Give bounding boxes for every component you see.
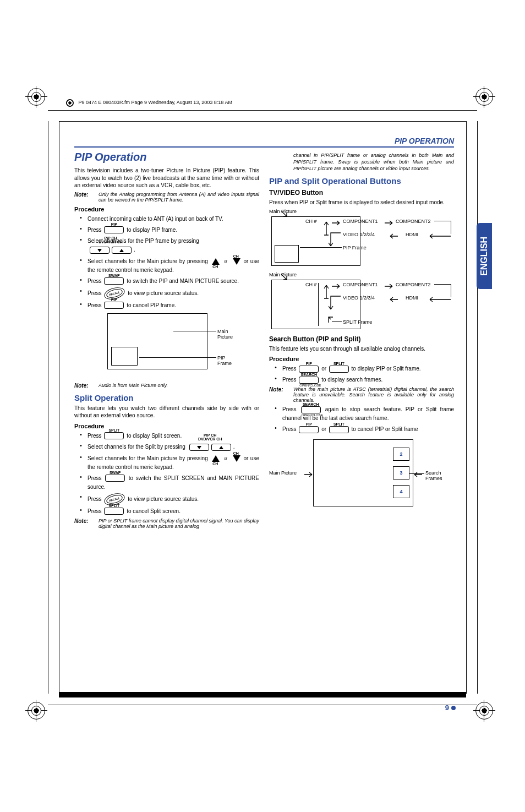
note-continued: channel in PIP/SPLIT frame or analog cha… (293, 152, 454, 172)
step-select-pip-ch: Select channels for the PIP frame by pre… (88, 237, 259, 255)
search-button[interactable]: SEARCHOPEN/CLOSE (301, 406, 321, 413)
note-audio: Note: Audio is from Main Picture only. (74, 383, 259, 389)
note-digital: Note: PIP or SPLIT frame cannot display … (74, 518, 259, 529)
pip-ch-up-button[interactable] (112, 247, 132, 254)
pip-ch-down-button[interactable] (189, 444, 209, 451)
split-intro: This feature lets you watch two differen… (74, 405, 259, 419)
procedure-heading-3: Procedure (269, 356, 454, 362)
pip-button[interactable]: PIP (104, 226, 124, 233)
search-button[interactable]: SEARCHOPEN/CLOSE (299, 377, 319, 384)
ch-up-button[interactable] (212, 258, 220, 265)
search-button-heading: Search Button (PIP and Split) (269, 335, 454, 343)
header-rule (74, 146, 454, 148)
running-head: PIP OPERATION (74, 137, 454, 145)
pip-ch-up-button[interactable] (211, 444, 231, 451)
split-operation-title: Split Operation (74, 393, 259, 402)
note-analog-only: Note: Only the Analog programming from A… (74, 192, 259, 203)
pip-ch-down-button[interactable] (90, 247, 110, 254)
page-number: 9 (445, 704, 456, 712)
step-cancel-split: Press SPLIT to cancel Split screen. (88, 507, 259, 516)
step-cancel-pip-split: Press PIP or SPLIT to cancel PIP or Spli… (282, 425, 454, 434)
tv-video-button-heading: TV/VIDEO Button (269, 189, 454, 197)
step-select-main-ch-2: Select channels for the Main picture by … (88, 454, 259, 472)
search-desc: This feature lets you scan through all a… (269, 345, 454, 353)
tv-video-desc: Press when PIP or Split frame is display… (269, 199, 454, 206)
step-cancel-pip: Press PIP to cancel PIP frame. (88, 301, 259, 310)
procedure-heading-2: Procedure (74, 423, 259, 429)
pip-button[interactable]: PIP (104, 302, 124, 309)
pip-diagram: Main Picture PIP Frame (107, 313, 217, 379)
swap-button[interactable]: SWAP (104, 277, 124, 285)
step-select-main-ch: Select channels for the Main picture by … (88, 257, 259, 275)
input-cycle-pip-diagram: Main Picture CH # COMPONENT1 COMPONENT2 … (269, 209, 454, 266)
print-header: P9 0474 E 080403R.fm Page 9 Wednesday, A… (66, 99, 232, 107)
ch-up-button[interactable] (212, 455, 220, 462)
note-atsc: Note: When the main picture is ATSC (ter… (269, 386, 454, 403)
pip-button[interactable]: PIP (299, 426, 319, 433)
procedure-heading: Procedure (74, 206, 259, 212)
search-frames-diagram: Main Picture 2 3 4 Search Frames (280, 439, 445, 511)
step-swap-2: Press SWAP to switch the SPLIT SCREEN an… (88, 474, 259, 492)
swap-button[interactable]: SWAP (105, 475, 125, 482)
language-tab-english: ENGLISH (477, 223, 492, 289)
step-press-pip: Press PIP to display PIP frame. (88, 226, 259, 235)
pip-intro: This television includes a two-tuner Pic… (74, 167, 259, 189)
input-cycle-split-diagram: Main Picture CH # COMPONENT1 COMPONENT2 … (269, 272, 454, 330)
pip-operation-title: PIP Operation (74, 151, 259, 164)
split-button[interactable]: SPLIT (104, 432, 124, 439)
ch-down-button[interactable] (233, 258, 240, 265)
step-press-split: Press SPLIT to display Split screen. (88, 432, 259, 440)
footer-rule (59, 692, 466, 697)
step-stop-search: Press SEARCHOPEN/CLOSE again to stop sea… (282, 405, 454, 423)
split-button[interactable]: SPLIT (329, 366, 349, 373)
split-button[interactable]: SPLIT (104, 508, 124, 515)
pip-split-buttons-title: PIP and Split Operational Buttons (269, 176, 454, 186)
step-display-search: Press SEARCHOPEN/CLOSE to display search… (282, 375, 454, 384)
step-swap: Press SWAP to switch the PIP and MAIN PI… (88, 277, 259, 286)
split-button[interactable]: SPLIT (329, 426, 349, 433)
ch-down-button[interactable] (233, 455, 240, 462)
